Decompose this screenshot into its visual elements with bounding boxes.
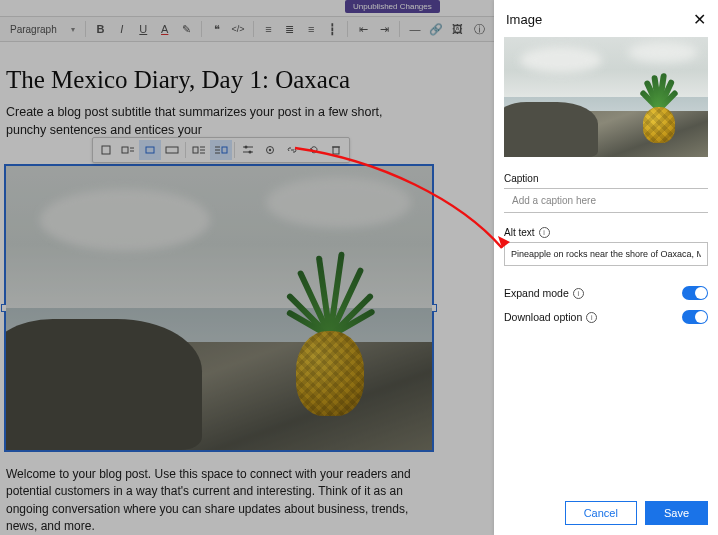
svg-point-17 <box>249 151 252 154</box>
img-link-icon[interactable] <box>281 140 303 160</box>
image-settings-panel: Image ✕ Caption Alt text <box>494 0 718 535</box>
link-icon[interactable]: 🔗 <box>428 20 445 38</box>
unpublished-changes-badge: Unpublished Changes <box>345 0 440 13</box>
editor-area: Unpublished Changes Paragraph B I U A ✎ … <box>0 0 494 535</box>
alt-text-label: Alt text <box>504 227 535 238</box>
code-icon[interactable]: </> <box>229 20 246 38</box>
img-align-full-icon[interactable] <box>161 140 183 160</box>
svg-rect-5 <box>166 147 178 153</box>
svg-point-15 <box>245 146 248 149</box>
post-subtitle[interactable]: Create a blog post subtitle that summari… <box>6 104 426 139</box>
img-float-left-icon[interactable] <box>188 140 210 160</box>
post-title[interactable]: The Mexico Diary, Day 1: Oaxaca <box>6 66 488 94</box>
italic-icon[interactable]: I <box>113 20 130 38</box>
alt-text-input[interactable] <box>504 242 708 266</box>
paragraph-style-select[interactable]: Paragraph <box>6 22 79 37</box>
svg-rect-0 <box>102 146 110 154</box>
info-icon[interactable]: i <box>573 288 584 299</box>
bold-icon[interactable]: B <box>92 20 109 38</box>
quote-icon[interactable]: ❝ <box>208 20 225 38</box>
panel-title: Image <box>506 12 542 27</box>
download-option-label: Download option <box>504 311 582 323</box>
svg-rect-20 <box>333 147 339 154</box>
align-icon[interactable]: ≡ <box>303 20 320 38</box>
img-settings-icon[interactable] <box>237 140 259 160</box>
image-content <box>6 166 432 450</box>
svg-point-19 <box>269 149 271 151</box>
format-toolbar: Paragraph B I U A ✎ ❝ </> ≡ ≣ ≡ ┇ ⇤ ⇥ — … <box>0 16 494 42</box>
img-gear-icon[interactable] <box>259 140 281 160</box>
svg-rect-10 <box>222 147 227 153</box>
img-float-right-icon[interactable] <box>210 140 232 160</box>
info-icon[interactable]: ⓘ <box>471 20 488 38</box>
image-floating-toolbar <box>92 137 350 163</box>
img-align-none-icon[interactable] <box>95 140 117 160</box>
img-reset-icon[interactable] <box>303 140 325 160</box>
svg-rect-4 <box>146 147 154 153</box>
selected-image[interactable] <box>4 164 434 452</box>
close-icon[interactable]: ✕ <box>693 10 706 29</box>
info-icon[interactable]: i <box>586 312 597 323</box>
caption-input[interactable] <box>504 188 708 213</box>
img-align-left-icon[interactable] <box>117 140 139 160</box>
indent-right-icon[interactable]: ⇥ <box>376 20 393 38</box>
svg-rect-1 <box>122 147 128 153</box>
post-body[interactable]: Welcome to your blog post. Use this spac… <box>6 466 436 535</box>
text-color-icon[interactable]: A <box>156 20 173 38</box>
list-bullet-icon[interactable]: ≡ <box>260 20 277 38</box>
image-icon[interactable]: 🖼 <box>449 20 466 38</box>
cancel-button[interactable]: Cancel <box>565 501 637 525</box>
image-thumbnail[interactable] <box>504 37 708 157</box>
img-delete-icon[interactable] <box>325 140 347 160</box>
list-number-icon[interactable]: ≣ <box>281 20 298 38</box>
img-align-center-icon[interactable] <box>139 140 161 160</box>
caption-label: Caption <box>504 173 708 184</box>
hr-icon[interactable]: — <box>406 20 423 38</box>
expand-mode-toggle[interactable] <box>682 286 708 300</box>
line-height-icon[interactable]: ┇ <box>324 20 341 38</box>
svg-rect-6 <box>193 147 198 153</box>
download-option-toggle[interactable] <box>682 310 708 324</box>
indent-left-icon[interactable]: ⇤ <box>354 20 371 38</box>
info-icon[interactable]: i <box>539 227 550 238</box>
expand-mode-label: Expand mode <box>504 287 569 299</box>
save-button[interactable]: Save <box>645 501 708 525</box>
underline-icon[interactable]: U <box>135 20 152 38</box>
highlight-icon[interactable]: ✎ <box>177 20 194 38</box>
